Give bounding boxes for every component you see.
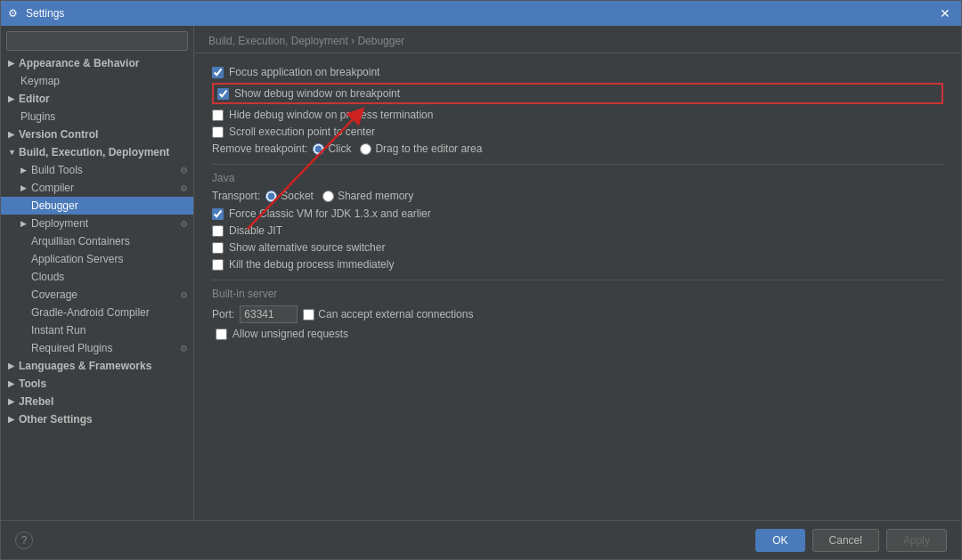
transport-label: Transport: [212,190,260,202]
sidebar-item-required-plugins[interactable]: Required Plugins ⚙ [1,339,193,357]
focus-on-breakpoint-label[interactable]: Focus application on breakpoint [229,66,379,78]
sidebar-label: Editor [19,93,50,105]
sidebar-item-debugger[interactable]: Debugger [1,197,193,215]
port-input[interactable] [240,305,298,323]
sidebar-label: Required Plugins [31,342,112,354]
arrow-icon [8,59,17,68]
sidebar-label: Clouds [31,271,64,283]
arrow-icon [8,148,17,157]
arrow-icon [20,219,29,228]
sidebar-label: Version Control [19,128,98,141]
sidebar-item-coverage[interactable]: Coverage ⚙ [1,286,193,304]
hide-debug-window-checkbox[interactable] [212,110,224,121]
sidebar-label: Other Settings [19,413,93,426]
click-label[interactable]: Click [328,142,351,155]
sidebar-label: JRebel [19,395,53,408]
force-classic-checkbox[interactable] [212,208,224,220]
sidebar-item-deployment[interactable]: Deployment ⚙ [1,215,193,232]
show-debug-window-checkbox[interactable] [217,88,229,100]
kill-debug-row: Kill the debug process immediately [212,258,943,271]
force-classic-row: Force Classic VM for JDK 1.3.x and earli… [212,207,943,220]
sidebar-label: Arquillian Containers [31,235,130,248]
sidebar-item-build-execution[interactable]: Build, Execution, Deployment [1,143,193,161]
force-classic-label[interactable]: Force Classic VM for JDK 1.3.x and earli… [229,207,431,220]
sidebar-item-jrebel[interactable]: JRebel [1,393,193,410]
show-alt-source-label[interactable]: Show alternative source switcher [229,241,385,254]
shared-memory-radio[interactable] [322,191,334,202]
sidebar-item-other-settings[interactable]: Other Settings [1,410,193,428]
arrow-icon [8,379,17,388]
sidebar-item-compiler[interactable]: Compiler ⚙ [1,179,193,197]
content-area: Build, Execution, Deployment › Debugger [194,26,961,520]
can-accept-label[interactable]: Can accept external connections [318,308,473,321]
shared-memory-label[interactable]: Shared memory [338,190,413,202]
sidebar-item-build-tools[interactable]: Build Tools ⚙ [1,161,193,179]
help-button[interactable]: ? [15,532,33,549]
sidebar-label: Deployment [31,217,88,230]
breadcrumb: Build, Execution, Deployment › Debugger [194,26,961,53]
show-alt-source-row: Show alternative source switcher [212,241,943,254]
sidebar-item-instant-run[interactable]: Instant Run [1,321,193,339]
focus-on-breakpoint-checkbox[interactable] [212,67,224,78]
sidebar-label: Coverage [31,288,77,301]
close-button[interactable]: ✕ [936,6,954,20]
allow-unsigned-checkbox[interactable] [216,329,227,340]
sidebar-label: Plugins [20,110,55,123]
sidebar-label: Build, Execution, Deployment [19,146,169,158]
gear-icon: ⚙ [180,290,188,300]
show-alt-source-checkbox[interactable] [212,242,224,254]
hide-debug-window-row: Hide debug window on process termination [212,109,943,121]
settings-panel: Focus application on breakpoint Show deb… [194,53,961,520]
port-label: Port: [212,308,234,321]
allow-unsigned-label[interactable]: Allow unsigned requests [232,328,348,340]
disable-jit-checkbox[interactable] [212,225,224,237]
arrow-icon [8,397,17,406]
title-bar: ⚙ Settings ✕ [1,1,961,26]
disable-jit-label[interactable]: Disable JIT [229,224,282,237]
show-debug-window-row: Show debug window on breakpoint [212,83,943,104]
drag-label[interactable]: Drag to the editor area [375,142,482,155]
sidebar-item-languages[interactable]: Languages & Frameworks [1,357,193,375]
sidebar-item-app-servers[interactable]: Application Servers [1,250,193,268]
scroll-execution-checkbox[interactable] [212,126,224,138]
sidebar-label: Keymap [20,75,60,87]
sidebar-label: Debugger [31,199,78,212]
sidebar-item-clouds[interactable]: Clouds [1,268,193,286]
sidebar-item-tools[interactable]: Tools [1,375,193,393]
apply-button[interactable]: Apply [886,529,947,552]
scroll-execution-label[interactable]: Scroll execution point to center [229,126,375,138]
focus-on-breakpoint-row: Focus application on breakpoint [212,66,943,78]
settings-window: ⚙ Settings ✕ Appearance & Behavior Keyma… [0,0,962,560]
socket-radio[interactable] [265,191,277,202]
sidebar-item-appearance[interactable]: Appearance & Behavior [1,54,193,72]
sidebar-label: Compiler [31,182,74,194]
cancel-button[interactable]: Cancel [812,529,879,552]
sidebar-item-editor[interactable]: Editor [1,90,193,108]
kill-debug-label[interactable]: Kill the debug process immediately [229,258,394,271]
socket-label[interactable]: Socket [281,190,314,202]
kill-debug-checkbox[interactable] [212,259,224,271]
drag-radio[interactable] [360,143,371,155]
bottom-bar: ? OK Cancel Apply [1,520,961,559]
sidebar-item-version-control[interactable]: Version Control [1,126,193,143]
sidebar-label: Build Tools [31,164,83,176]
sidebar-item-arquillian[interactable]: Arquillian Containers [1,232,193,250]
gear-icon: ⚙ [180,166,188,175]
sidebar-label: Instant Run [31,324,86,337]
click-radio[interactable] [313,143,324,155]
remove-breakpoint-row: Remove breakpoint: Click Drag to the edi… [212,142,943,155]
show-debug-window-label[interactable]: Show debug window on breakpoint [234,87,400,100]
sidebar-item-gradle-android[interactable]: Gradle-Android Compiler [1,304,193,321]
sidebar-label: Languages & Frameworks [19,360,151,372]
search-input[interactable] [6,31,188,51]
arrow-icon [20,166,29,174]
sidebar-item-keymap[interactable]: Keymap [1,72,193,90]
hide-debug-window-label[interactable]: Hide debug window on process termination [229,109,433,121]
sidebar-item-plugins[interactable]: Plugins [1,108,193,126]
gear-icon: ⚙ [180,344,188,353]
arrow-icon [8,415,17,424]
arrow-icon [20,183,29,192]
can-accept-checkbox[interactable] [303,309,314,321]
arrow-icon [8,94,17,103]
ok-button[interactable]: OK [755,529,804,552]
